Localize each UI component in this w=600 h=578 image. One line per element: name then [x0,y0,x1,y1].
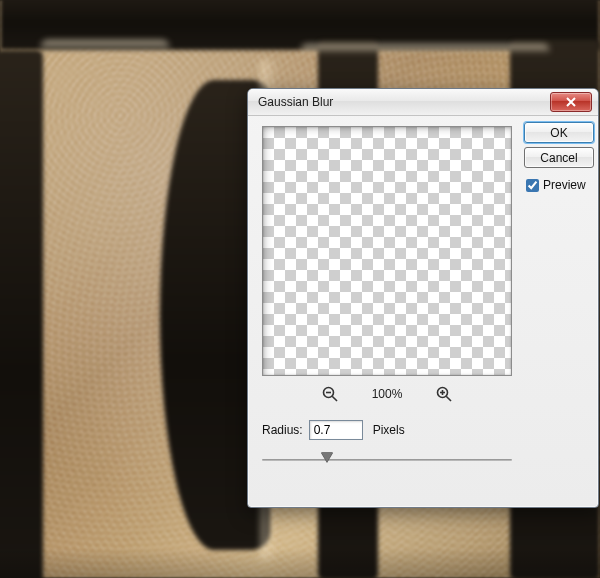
svg-line-4 [446,396,451,401]
zoom-out-button[interactable] [320,384,340,404]
dialog-button-column: OK Cancel Preview [524,122,594,192]
radius-slider[interactable] [262,450,512,470]
zoom-out-icon [322,386,338,402]
gaussian-blur-dialog: Gaussian Blur 100% [247,88,599,508]
zoom-level: 100% [366,387,408,401]
ok-button[interactable]: OK [524,122,594,143]
filter-preview[interactable] [262,126,512,376]
radius-row: Radius: Pixels [262,420,586,440]
zoom-in-button[interactable] [434,384,454,404]
preview-checkbox[interactable] [526,179,539,192]
radius-input[interactable] [309,420,363,440]
close-icon [566,97,576,107]
preview-checkbox-label: Preview [543,178,586,192]
zoom-in-icon [436,386,452,402]
radius-unit: Pixels [373,423,405,437]
radius-label: Radius: [262,423,303,437]
svg-line-1 [332,396,337,401]
slider-thumb[interactable] [321,452,333,462]
titlebar[interactable]: Gaussian Blur [248,89,598,116]
cancel-button[interactable]: Cancel [524,147,594,168]
zoom-controls: 100% [262,384,512,404]
dialog-body: 100% Radius: Pixels OK Cancel [248,116,598,482]
close-button[interactable] [550,92,592,112]
slider-track [262,459,512,461]
dialog-title: Gaussian Blur [258,95,550,109]
preview-toggle[interactable]: Preview [526,178,594,192]
